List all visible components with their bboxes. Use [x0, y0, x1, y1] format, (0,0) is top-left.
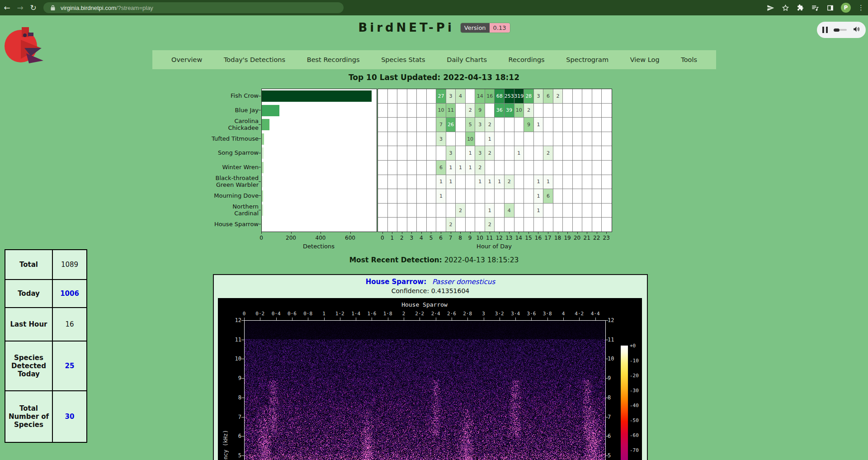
nav-item-species-stats[interactable]: Species Stats: [381, 56, 425, 63]
nav-item-view-log[interactable]: View Log: [630, 56, 660, 63]
heatmap-cell: [456, 218, 466, 232]
heatmap-cell: [417, 175, 427, 190]
stats-row: Last Hour16: [5, 308, 87, 341]
side-panel-icon[interactable]: [826, 4, 834, 12]
heatmap-cell: 1: [446, 161, 456, 175]
profile-avatar[interactable]: P: [841, 3, 851, 13]
heatmap-cell: [485, 189, 495, 204]
heatmap-cell: 6: [543, 189, 553, 204]
nav-item-recordings[interactable]: Recordings: [509, 56, 545, 63]
menu-dots-icon[interactable]: ⋮: [858, 4, 864, 12]
heatmap-cell: 1: [534, 175, 544, 190]
species-label: Fish Crow: [136, 92, 259, 99]
nav-item-spectrogram[interactable]: Spectrogram: [566, 56, 609, 63]
heatmap-cell: [495, 132, 505, 147]
heatmap-cell: 2: [485, 146, 495, 161]
heatmap-cell: [446, 204, 456, 218]
heatmap-cell: [514, 132, 524, 147]
spectrogram-freq-tick: [605, 378, 608, 379]
heatmap-cell: 6: [436, 161, 446, 175]
heatmap-cell: [534, 218, 544, 232]
stats-value[interactable]: 1006: [52, 280, 87, 308]
heatmap-cell: [436, 218, 446, 232]
spectrogram-time-tick: [356, 318, 356, 320]
nav-item-daily-charts[interactable]: Daily Charts: [447, 56, 487, 63]
hour-axis-tick-label: 0: [381, 235, 384, 241]
heatmap-cell: 26: [446, 118, 456, 132]
hour-axis-tick: [538, 232, 538, 234]
heatmap-cell: [524, 218, 534, 232]
spectrogram-time-tick: [452, 318, 452, 320]
spectrogram-time-label: 3·6: [527, 311, 536, 317]
bar-axis-tick-label: 600: [345, 235, 355, 241]
hour-axis-tick: [597, 232, 597, 234]
heatmap-cell: [427, 175, 437, 190]
heatmap-cell: [378, 189, 388, 204]
heatmap-cell: 2: [446, 218, 456, 232]
spectrogram-time-label: 0·8: [303, 311, 312, 317]
stats-label: Total Number of Species: [5, 391, 52, 442]
detections-bar: [262, 204, 263, 216]
heatmap-cell: [407, 175, 417, 190]
send-icon[interactable]: [766, 4, 774, 12]
most-recent-label: Most Recent Detection:: [349, 256, 442, 264]
forward-button[interactable]: →: [14, 2, 26, 14]
heatmap-cell: 14: [475, 89, 485, 104]
detection-common-name[interactable]: House Sparrow:: [366, 278, 426, 286]
playlist-icon[interactable]: [811, 4, 819, 12]
heatmap-cell: [417, 189, 427, 204]
spectrogram-freq-tick: [241, 340, 244, 340]
spectrogram-freq-tick: [605, 359, 608, 359]
spectrogram-canvas: [245, 321, 605, 460]
heatmap-cell: [417, 218, 427, 232]
address-bar[interactable]: virginia.birdnetpi.com/?stream=play: [43, 2, 344, 13]
hour-axis-tick-label: 23: [603, 235, 610, 241]
spectrogram-freq-tick: [241, 417, 244, 417]
species-tick: [259, 224, 261, 224]
stats-value[interactable]: 25: [52, 341, 87, 391]
back-button[interactable]: ←: [1, 2, 13, 14]
heatmap-cell: 2: [466, 104, 476, 118]
detection-scientific-name: Passer domesticus: [432, 278, 495, 286]
spectrogram-time-label: 4: [562, 311, 565, 317]
heatmap-cell: [563, 218, 573, 232]
extensions-puzzle-icon[interactable]: [796, 4, 804, 12]
heatmap-cell: 319: [514, 89, 524, 104]
hour-axis-tick-label: 18: [554, 235, 561, 241]
detections-bar: [262, 190, 263, 202]
nav-item-overview[interactable]: Overview: [171, 56, 202, 63]
heatmap-cell: 1: [495, 175, 505, 190]
heatmap-cell: [397, 146, 407, 161]
nav-item-tools[interactable]: Tools: [681, 56, 697, 63]
seek-slider[interactable]: [834, 28, 847, 32]
heatmap-cell: [524, 132, 534, 147]
heatmap-cell: 4: [456, 89, 466, 104]
hour-axis-tick: [577, 232, 578, 234]
nav-item-today-s-detections[interactable]: Today's Detections: [224, 56, 285, 63]
bookmark-star-icon[interactable]: [781, 4, 789, 12]
heatmap-cell: [485, 161, 495, 175]
heatmap-cell: [602, 118, 612, 132]
pause-button[interactable]: [822, 27, 828, 33]
reload-button[interactable]: ↻: [27, 2, 39, 14]
spectrogram-time-tick: [484, 318, 484, 320]
hour-axis-tick: [558, 232, 558, 234]
colorbar-db-label: -40: [630, 403, 639, 408]
spectrogram-time-label: 2·6: [447, 311, 456, 317]
volume-icon[interactable]: [853, 25, 860, 35]
heatmap-cell: [466, 218, 476, 232]
detections-bar: [262, 147, 264, 159]
nav-item-best-recordings[interactable]: Best Recordings: [307, 56, 360, 63]
colorbar-db-label: +0: [630, 343, 636, 349]
heatmap-cell: 1: [543, 175, 553, 190]
heatmap-cell: [514, 175, 524, 190]
heatmap-cell: [514, 218, 524, 232]
spectrogram-title: House Sparrow: [244, 301, 605, 308]
heatmap-cell: [456, 132, 466, 147]
heatmap-cell: 39: [505, 104, 514, 118]
spectrogram-freq-label-right: 6: [608, 433, 623, 439]
heatmap-cell: [427, 132, 437, 147]
stats-value[interactable]: 30: [52, 391, 87, 442]
spectrogram-freq-label-right: 10: [608, 356, 623, 362]
heatmap-cell: [534, 146, 544, 161]
